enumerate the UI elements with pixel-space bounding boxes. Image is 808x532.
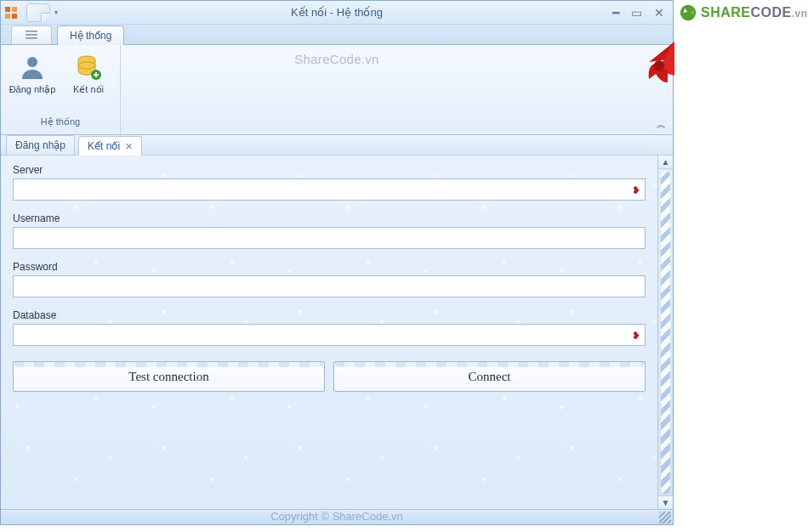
username-input[interactable]: [13, 227, 646, 249]
connect-action-button[interactable]: Connect: [333, 361, 646, 392]
content-wrap: Server ❥ Username Password Database ❥ Te…: [1, 156, 673, 509]
svg-rect-2: [5, 14, 10, 19]
server-label: Server: [13, 164, 646, 176]
maximize-button[interactable]: ▭: [631, 7, 642, 19]
login-button[interactable]: Đăng nhập: [6, 48, 59, 115]
window-controls: ━ ▭ ✕: [612, 7, 673, 19]
database-field: Database ❥: [13, 309, 646, 346]
app-window: ▾ Kết nối - Hệ thống ━ ▭ ✕ Hệ thống Đăng: [0, 0, 674, 525]
ribbon-panel: Đăng nhập Kết nối Hệ thống ︽: [1, 45, 673, 135]
ribbon-group-title: Hệ thống: [41, 115, 80, 129]
vertical-scrollbar[interactable]: ▲ ▼: [657, 156, 673, 509]
document-tab-strip: Đăng nhập Kết nối ✕: [1, 135, 673, 156]
recycle-icon: [679, 3, 697, 22]
qat-document-icon[interactable]: [26, 3, 50, 22]
ribbon-group-system: Đăng nhập Kết nối Hệ thống: [1, 45, 121, 134]
svg-rect-3: [12, 14, 17, 19]
required-icon: ❥: [632, 330, 640, 342]
connect-button[interactable]: Kết nối: [62, 48, 115, 115]
button-row: Test connection Connect: [13, 361, 646, 392]
doc-tab-connect-label: Kết nối: [88, 140, 120, 152]
menu-lines-icon: [24, 28, 39, 43]
sharecode-logo: SHARECODE.vn: [679, 3, 808, 22]
scroll-up-icon[interactable]: ▲: [658, 156, 673, 169]
scroll-down-icon[interactable]: ▼: [658, 495, 673, 509]
connect-label: Kết nối: [73, 84, 104, 95]
qat-dropdown-icon[interactable]: ▾: [52, 8, 60, 16]
close-button[interactable]: ✕: [654, 7, 664, 19]
doc-tab-login-label: Đăng nhập: [15, 139, 65, 151]
titlebar: ▾ Kết nối - Hệ thống ━ ▭ ✕: [1, 1, 673, 25]
scroll-thumb[interactable]: [661, 171, 670, 494]
server-input[interactable]: [13, 178, 646, 201]
brand-code: CODE: [751, 5, 792, 20]
required-icon: ❥: [632, 184, 640, 196]
username-field: Username: [13, 212, 646, 249]
ribbon-tab-strip: Hệ thống: [1, 25, 673, 45]
ribbon-tab-system[interactable]: Hệ thống: [57, 25, 124, 45]
connect-form: Server ❥ Username Password Database ❥ Te…: [1, 156, 657, 509]
window-title: Kết nối - Hệ thống: [291, 6, 383, 19]
svg-point-9: [78, 62, 95, 69]
svg-rect-4: [26, 31, 37, 32]
svg-rect-5: [26, 34, 37, 36]
database-label: Database: [13, 309, 646, 321]
app-menu-button[interactable]: [11, 25, 52, 44]
server-field: Server ❥: [13, 164, 646, 201]
svg-point-7: [27, 57, 37, 67]
password-field: Password: [13, 261, 646, 297]
database-plus-icon: [75, 54, 102, 81]
test-connection-button[interactable]: Test connection: [13, 361, 325, 392]
status-bar: [1, 509, 673, 524]
username-label: Username: [13, 212, 646, 224]
doc-tab-connect[interactable]: Kết nối ✕: [78, 136, 142, 156]
svg-rect-1: [12, 7, 17, 12]
close-tab-icon[interactable]: ✕: [125, 141, 133, 152]
quick-access-toolbar: ▾: [21, 3, 65, 22]
svg-rect-6: [26, 37, 37, 39]
person-icon: [19, 54, 46, 81]
login-label: Đăng nhập: [9, 84, 56, 95]
brand-share: SHARE: [701, 5, 751, 20]
password-label: Password: [13, 261, 646, 273]
ribbon-collapse-icon[interactable]: ︽: [657, 118, 666, 131]
brand-tld: .vn: [792, 8, 808, 20]
svg-rect-0: [5, 7, 10, 12]
app-icon: [4, 6, 18, 20]
minimize-button[interactable]: ━: [612, 7, 619, 19]
resize-grip-icon[interactable]: [659, 512, 671, 524]
password-input[interactable]: [13, 275, 646, 297]
doc-tab-login[interactable]: Đăng nhập: [6, 135, 75, 155]
database-input[interactable]: [13, 324, 646, 346]
